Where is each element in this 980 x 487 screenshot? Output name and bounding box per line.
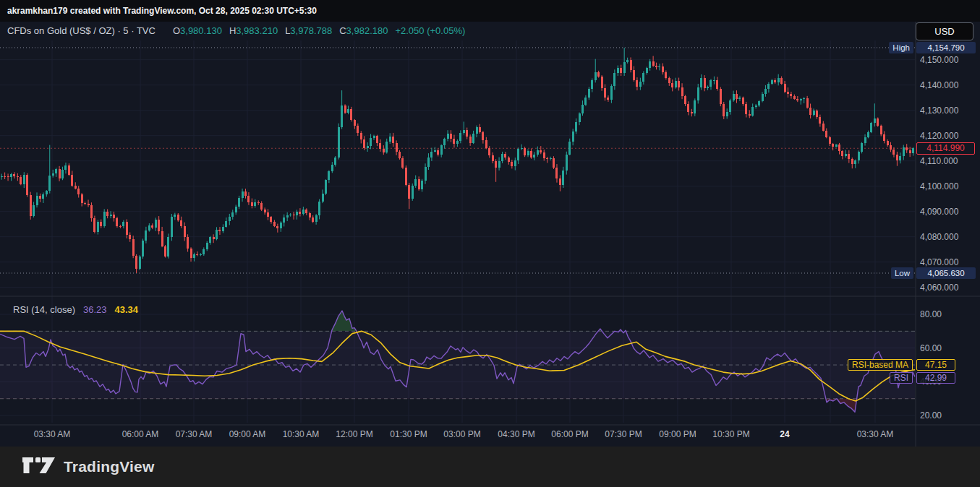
rsi-ma-badge-label: RSI-based MA bbox=[848, 359, 913, 371]
footer: TradingView bbox=[0, 447, 980, 487]
time-axis-label: 07:30 AM bbox=[176, 429, 213, 439]
time-axis-label: 10:30 PM bbox=[712, 429, 749, 439]
price-axis-label: 4,120.000 bbox=[920, 131, 958, 141]
price-axis-label: 4,150.000 bbox=[920, 55, 958, 65]
time-axis-label: 04:30 PM bbox=[498, 429, 534, 439]
rsi-legend-title[interactable]: RSI (14, close) bbox=[13, 304, 75, 315]
tradingview-logo-icon[interactable] bbox=[22, 455, 56, 478]
price-axis-label: 4,090.000 bbox=[920, 207, 958, 217]
price-axis-label: 4,070.000 bbox=[920, 257, 958, 267]
time-axis-label: 07:30 PM bbox=[605, 429, 642, 439]
time-axis-label: 24 bbox=[780, 429, 789, 439]
chart-canvas[interactable] bbox=[0, 0, 980, 487]
time-axis-label: 09:00 AM bbox=[229, 429, 266, 439]
time-axis-label: 06:00 AM bbox=[122, 429, 159, 439]
symbol-title[interactable]: CFDs on Gold (US$ / OZ) · 5 · TVC bbox=[7, 25, 155, 36]
last-price-badge: 4,114.990 bbox=[916, 142, 975, 155]
time-axis-label: 09:00 PM bbox=[659, 429, 696, 439]
time-axis-label: 03:30 AM bbox=[857, 429, 894, 439]
currency-button[interactable]: USD bbox=[916, 22, 973, 40]
close-label: C bbox=[339, 25, 346, 36]
rsi-previous-value: 36.23 bbox=[83, 304, 107, 315]
rsi-ma-badge-value: 47.15 bbox=[916, 359, 955, 371]
time-axis-label: 01:30 PM bbox=[390, 429, 427, 439]
high-label: H bbox=[229, 25, 236, 36]
price-axis-label: 4,080.000 bbox=[920, 232, 958, 242]
price-axis-label: 4,130.000 bbox=[920, 105, 958, 116]
rsi-legend: RSI (14, close) 36.23 43.34 bbox=[13, 304, 138, 315]
change-value: +2.050 (+0.05%) bbox=[395, 25, 465, 36]
time-axis-label: 10:30 AM bbox=[283, 429, 320, 439]
time-axis-label: 12:00 PM bbox=[336, 429, 372, 439]
high-value: 3,983.210 bbox=[236, 25, 278, 36]
open-value: 3,980.130 bbox=[180, 25, 222, 36]
brand-name[interactable]: TradingView bbox=[64, 458, 155, 475]
high-badge-value: 4,154.790 bbox=[916, 42, 976, 53]
low-label: L bbox=[285, 25, 290, 36]
symbol-row: CFDs on Gold (US$ / OZ) · 5 · TVC O 3,98… bbox=[7, 25, 465, 36]
high-badge-label: High bbox=[889, 42, 913, 53]
time-axis-label: 03:00 PM bbox=[443, 429, 480, 439]
attribution-text: akramkhan179 created with TradingView.co… bbox=[7, 6, 317, 16]
low-value: 3,978.788 bbox=[290, 25, 332, 36]
rsi-axis-label: 20.00 bbox=[920, 410, 942, 421]
attribution-bar: akramkhan179 created with TradingView.co… bbox=[0, 0, 980, 22]
rsi-badge-value: 42.99 bbox=[916, 372, 955, 384]
close-value: 3,982.180 bbox=[346, 25, 388, 36]
time-axis-label: 06:00 PM bbox=[551, 429, 588, 439]
low-badge-value: 4,065.630 bbox=[916, 267, 976, 279]
rsi-badge-label: RSI bbox=[890, 372, 913, 384]
price-axis-label: 4,140.000 bbox=[920, 80, 958, 90]
time-axis-label: 03:30 AM bbox=[34, 429, 71, 439]
open-label: O bbox=[173, 25, 180, 36]
price-axis-label: 4,060.000 bbox=[920, 283, 958, 293]
price-axis-label: 4,100.000 bbox=[920, 181, 958, 191]
low-badge-label: Low bbox=[891, 267, 913, 279]
price-axis-label: 4,110.000 bbox=[920, 156, 958, 166]
rsi-axis-label: 80.00 bbox=[920, 309, 942, 319]
rsi-axis-label: 60.00 bbox=[920, 343, 942, 353]
rsi-current-value: 43.34 bbox=[115, 304, 139, 315]
